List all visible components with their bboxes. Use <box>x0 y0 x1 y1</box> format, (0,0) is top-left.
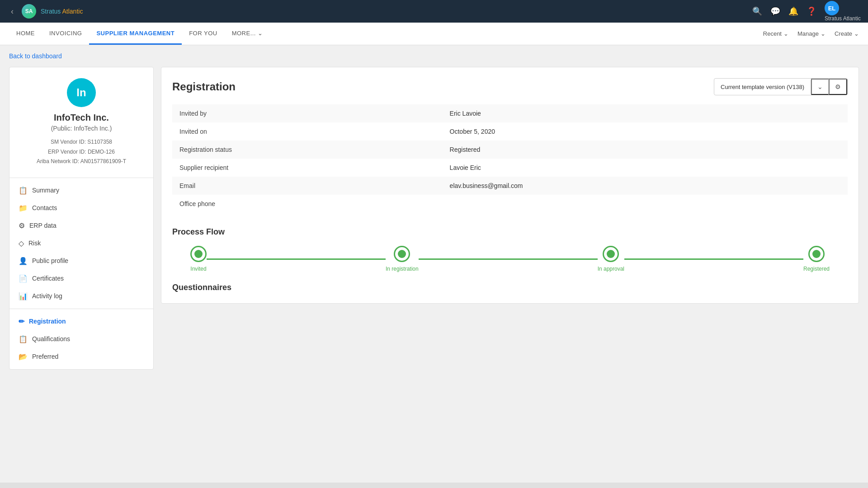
top-bar: ‹ SA Stratus Atlantic 🔍 💬 🔔 ❓ EL Stratus… <box>0 0 868 23</box>
summary-icon: 📋 <box>19 186 28 195</box>
flow-line-2 <box>419 258 598 260</box>
nav-qualifications[interactable]: 📋 Qualifications <box>9 330 153 348</box>
nav-recent[interactable]: Recent ⌄ <box>763 30 788 37</box>
erp-vendor-id: ERP Vendor ID: DEMO-126 <box>17 147 146 157</box>
flow-step-in-registration: In registration <box>386 246 419 272</box>
template-settings-button[interactable]: ⚙ <box>829 79 847 95</box>
template-dropdown-button[interactable]: ⌄ <box>811 79 829 95</box>
contacts-icon: 📁 <box>19 204 28 212</box>
table-row: Invited by Eric Lavoie <box>172 104 848 122</box>
table-row: Email elav.business@gmail.com <box>172 177 848 195</box>
nav-create[interactable]: Create ⌄ <box>835 30 859 37</box>
flow-step-registered: Registered <box>803 246 830 272</box>
logo-text: Stratus Atlantic <box>41 8 83 15</box>
nav-risk[interactable]: ◇ Risk <box>9 235 153 252</box>
nav-for-you[interactable]: FOR YOU <box>182 23 225 45</box>
flow-label-invited: Invited <box>190 266 206 272</box>
table-row: Registration status Registered <box>172 141 848 159</box>
notifications-icon[interactable]: 🔔 <box>788 6 798 16</box>
nav-summary[interactable]: 📋 Summary <box>9 182 153 199</box>
nav-contacts-label: Contacts <box>32 204 57 211</box>
nav-right: Recent ⌄ Manage ⌄ Create ⌄ <box>763 30 859 37</box>
flow-circle-inner-3 <box>607 250 615 258</box>
info-label-invited-by: Invited by <box>172 104 443 122</box>
nav-contacts[interactable]: 📁 Contacts <box>9 199 153 217</box>
nav-erp-data-label: ERP data <box>29 222 57 229</box>
nav-risk-label: Risk <box>28 239 41 247</box>
template-label: Current template version (V138) <box>714 80 811 94</box>
activity-log-icon: 📊 <box>19 292 28 300</box>
nav-erp-data[interactable]: ⚙ ERP data <box>9 217 153 235</box>
nav-public-profile[interactable]: 👤 Public profile <box>9 252 153 270</box>
nav-manage[interactable]: Manage ⌄ <box>797 30 826 37</box>
nav-registration-label: Registration <box>29 318 66 325</box>
right-panel: Registration Current template version (V… <box>161 67 859 304</box>
company-name: Stratus Atlantic <box>825 15 861 22</box>
info-label-invited-on: Invited on <box>172 122 443 141</box>
ariba-network-id: Ariba Network ID: AN01577861909-T <box>17 157 146 167</box>
erp-data-icon: ⚙ <box>19 221 25 230</box>
process-flow-title: Process Flow <box>172 227 848 237</box>
nav-activity-log[interactable]: 📊 Activity log <box>9 287 153 305</box>
nav-preferred[interactable]: 📂 Preferred <box>9 348 153 366</box>
flow-circle-in-registration <box>394 246 410 262</box>
nav-more[interactable]: MORE... ⌄ <box>225 23 270 45</box>
certificates-icon: 📄 <box>19 274 28 283</box>
nav-invoicing[interactable]: INVOICING <box>42 23 89 45</box>
info-value-registration-status: Registered <box>443 141 848 159</box>
info-label-registration-status: Registration status <box>172 141 443 159</box>
help-icon[interactable]: ❓ <box>807 6 816 16</box>
registration-header: Registration Current template version (V… <box>172 78 848 95</box>
supplier-ids: SM Vendor ID: S1107358 ERP Vendor ID: DE… <box>17 137 146 167</box>
process-flow-track: Invited In registration In a <box>172 246 848 272</box>
main-nav: HOME INVOICING SUPPLIER MANAGEMENT FOR Y… <box>9 23 270 45</box>
table-row: Supplier recipient Lavoie Eric <box>172 159 848 177</box>
info-value-invited-by: Eric Lavoie <box>443 104 848 122</box>
nav-summary-label: Summary <box>32 187 59 194</box>
flow-circle-in-approval <box>603 246 619 262</box>
nav-certificates-label: Certificates <box>32 275 64 282</box>
qualifications-icon: 📋 <box>19 335 28 343</box>
left-nav-section1: 📋 Summary 📁 Contacts ⚙ ERP data ◇ Risk 👤 <box>9 178 153 309</box>
nav-registration[interactable]: ✏ Registration <box>9 313 153 330</box>
left-nav-section2: ✏ Registration 📋 Qualifications 📂 Prefer… <box>9 309 153 369</box>
supplier-name: InfoTech Inc. <box>17 113 146 123</box>
page-content: Back to dashboard In InfoTech Inc. (Publ… <box>0 45 868 377</box>
template-selector: Current template version (V138) ⌄ ⚙ <box>714 78 848 95</box>
avatar-initials[interactable]: EL <box>825 1 839 15</box>
info-value-invited-on: October 5, 2020 <box>443 122 848 141</box>
info-label-email: Email <box>172 177 443 195</box>
nav-certificates[interactable]: 📄 Certificates <box>9 270 153 287</box>
nav-preferred-label: Preferred <box>32 353 58 360</box>
search-icon[interactable]: 🔍 <box>752 6 762 16</box>
public-profile-icon: 👤 <box>19 257 28 265</box>
flow-circle-inner <box>194 250 203 258</box>
nav-home[interactable]: HOME <box>9 23 42 45</box>
flow-line-3 <box>624 258 803 260</box>
table-row: Invited on October 5, 2020 <box>172 122 848 141</box>
questionnaires-title: Questionnaires <box>172 283 848 292</box>
info-value-email: elav.business@gmail.com <box>443 177 848 195</box>
back-to-dashboard-link[interactable]: Back to dashboard <box>9 52 62 60</box>
topbar-back-arrow[interactable]: ‹ <box>7 5 17 18</box>
user-avatar[interactable]: EL Stratus Atlantic <box>825 1 861 22</box>
sm-vendor-id: SM Vendor ID: S1107358 <box>17 137 146 147</box>
logo-icon: SA <box>22 4 36 19</box>
logo-atlantic: Atlantic <box>61 8 83 15</box>
flow-step-in-approval: In approval <box>598 246 624 272</box>
messages-icon[interactable]: 💬 <box>770 6 780 16</box>
top-bar-right: 🔍 💬 🔔 ❓ EL Stratus Atlantic <box>752 1 861 22</box>
info-value-supplier-recipient: Lavoie Eric <box>443 159 848 177</box>
nav-supplier-management[interactable]: SUPPLIER MANAGEMENT <box>89 23 182 45</box>
flow-circle-registered <box>808 246 825 262</box>
supplier-avatar: In <box>67 78 96 107</box>
info-value-office-phone <box>443 195 848 213</box>
preferred-icon: 📂 <box>19 352 28 361</box>
info-label-office-phone: Office phone <box>172 195 443 213</box>
risk-icon: ◇ <box>19 239 24 248</box>
flow-label-in-approval: In approval <box>598 266 624 272</box>
flow-label-registered: Registered <box>803 266 830 272</box>
flow-circle-inner-4 <box>812 250 821 258</box>
nav-qualifications-label: Qualifications <box>32 335 70 343</box>
process-flow-section: Process Flow Invited In registration <box>172 224 848 283</box>
